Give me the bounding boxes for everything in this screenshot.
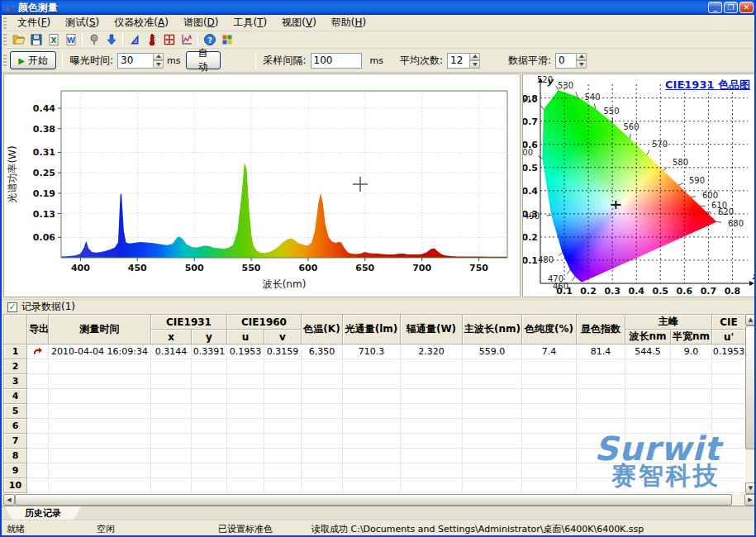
cell-dominant[interactable]: 559.0 <box>463 345 522 359</box>
palette-icon[interactable] <box>218 32 235 48</box>
cell-x[interactable] <box>151 389 192 404</box>
cell-temp[interactable]: 6,350 <box>302 345 343 359</box>
cell-y[interactable] <box>192 434 227 449</box>
cell-radiant[interactable] <box>401 404 463 419</box>
export-cell[interactable] <box>27 389 49 404</box>
horizontal-scrollbar[interactable]: ◀ ▶ <box>3 494 756 506</box>
cell-x[interactable] <box>151 463 192 478</box>
cell-u[interactable] <box>227 389 264 404</box>
close-button[interactable]: ✕ <box>739 2 754 13</box>
cell-purity[interactable] <box>522 478 577 493</box>
cell-purity[interactable] <box>522 463 577 478</box>
cell-peak_wl[interactable] <box>625 419 671 434</box>
cell-time[interactable] <box>49 463 151 478</box>
scroll-right-icon[interactable]: ▶ <box>744 494 756 506</box>
cell-peak_wl[interactable] <box>625 434 671 449</box>
cell-dominant[interactable] <box>463 374 522 389</box>
cell-lumen[interactable] <box>343 449 401 463</box>
table-row[interactable]: 9 <box>4 463 746 478</box>
menu-item-file[interactable]: 文件(F) <box>10 14 58 31</box>
cell-x[interactable]: 0.3144 <box>151 345 192 359</box>
cell-peak_hw[interactable] <box>671 434 712 449</box>
cell-cri[interactable] <box>577 374 625 389</box>
cell-u[interactable] <box>227 359 264 374</box>
lamp-icon[interactable] <box>85 32 102 48</box>
cell-lumen[interactable] <box>343 463 401 478</box>
export-word-icon[interactable]: W <box>62 32 79 48</box>
cell-peak_hw[interactable] <box>671 404 712 419</box>
cell-u_prime[interactable] <box>712 434 746 449</box>
table-row[interactable]: 8 <box>4 449 746 463</box>
cell-v[interactable] <box>264 463 302 478</box>
cell-cri[interactable] <box>577 478 625 493</box>
cell-purity[interactable] <box>522 359 577 374</box>
cell-x[interactable] <box>151 478 192 493</box>
cell-time[interactable] <box>49 389 151 404</box>
tab-history[interactable]: 历史记录 <box>5 506 81 520</box>
cell-u_prime[interactable] <box>712 374 746 389</box>
cell-time[interactable] <box>49 434 151 449</box>
controlbar-grip[interactable] <box>3 55 7 66</box>
cell-time[interactable]: 2010-04-04 16:09:34 <box>49 345 151 359</box>
cell-lumen[interactable] <box>343 404 401 419</box>
cell-y[interactable] <box>192 419 227 434</box>
cell-v[interactable] <box>264 404 302 419</box>
target-icon[interactable] <box>160 32 178 48</box>
table-row[interactable]: 7 <box>4 434 746 449</box>
cell-radiant[interactable] <box>401 463 463 478</box>
cell-lumen[interactable] <box>343 434 401 449</box>
cell-x[interactable] <box>151 449 192 463</box>
vertical-scrollbar[interactable]: ▲ ▼ <box>745 314 756 494</box>
cell-temp[interactable] <box>302 404 343 419</box>
cell-temp[interactable] <box>302 374 343 389</box>
cell-temp[interactable] <box>302 419 343 434</box>
exposure-input[interactable] <box>117 53 154 69</box>
cell-v[interactable] <box>264 478 302 493</box>
cell-lumen[interactable] <box>343 359 401 374</box>
cell-cri[interactable] <box>577 359 625 374</box>
hscroll-thumb[interactable] <box>15 494 732 506</box>
cell-lumen[interactable]: 710.3 <box>343 345 401 359</box>
cell-lumen[interactable] <box>343 374 401 389</box>
cell-time[interactable] <box>49 404 151 419</box>
table-row[interactable]: 5 <box>4 404 746 419</box>
cie-chromaticity-chart[interactable]: CIE1931 色品图 0.10.10.20.20.30.30.40.40.50… <box>522 74 756 297</box>
table-row[interactable]: 10 <box>4 478 746 493</box>
auto-button[interactable]: 自动 <box>186 51 221 69</box>
cell-y[interactable] <box>192 449 227 463</box>
cell-u_prime[interactable] <box>712 449 746 463</box>
menu-item-view[interactable]: 视图(V) <box>274 14 324 31</box>
cell-purity[interactable] <box>522 374 577 389</box>
record-checkbox[interactable]: ✓ <box>7 302 17 312</box>
scroll-up-icon[interactable]: ▲ <box>745 314 756 326</box>
cell-u[interactable] <box>227 374 264 389</box>
cell-dominant[interactable] <box>463 463 522 478</box>
cell-peak_wl[interactable] <box>625 463 671 478</box>
export-cell[interactable] <box>27 463 49 478</box>
cell-dominant[interactable] <box>463 404 522 419</box>
cell-peak_wl[interactable] <box>625 374 671 389</box>
cell-y[interactable] <box>192 389 227 404</box>
cell-purity[interactable] <box>522 449 577 463</box>
cell-peak_hw[interactable] <box>671 359 712 374</box>
smooth-input[interactable] <box>555 53 577 69</box>
menu-item-spectrum[interactable]: 谱图(D) <box>176 14 226 31</box>
cell-cri[interactable] <box>577 404 625 419</box>
scroll-down-icon[interactable]: ▼ <box>745 482 756 494</box>
scroll-left-icon[interactable]: ◀ <box>3 494 15 506</box>
cell-u_prime[interactable]: 0.1953 <box>712 345 746 359</box>
menu-item-test[interactable]: 测试(S) <box>58 14 107 31</box>
cell-u_prime[interactable] <box>712 463 746 478</box>
cell-radiant[interactable] <box>401 449 463 463</box>
cell-dominant[interactable] <box>463 449 522 463</box>
smooth-spinner[interactable] <box>576 53 587 69</box>
cell-x[interactable] <box>151 404 192 419</box>
menu-item-calibration[interactable]: 仪器校准(A) <box>107 14 176 31</box>
cell-time[interactable] <box>49 359 151 374</box>
minimize-button[interactable]: _ <box>708 2 722 13</box>
cell-lumen[interactable] <box>343 419 401 434</box>
download-icon[interactable] <box>102 32 120 48</box>
cell-u_prime[interactable] <box>712 389 746 404</box>
cell-dominant[interactable] <box>463 478 522 493</box>
cell-peak_hw[interactable] <box>671 374 712 389</box>
